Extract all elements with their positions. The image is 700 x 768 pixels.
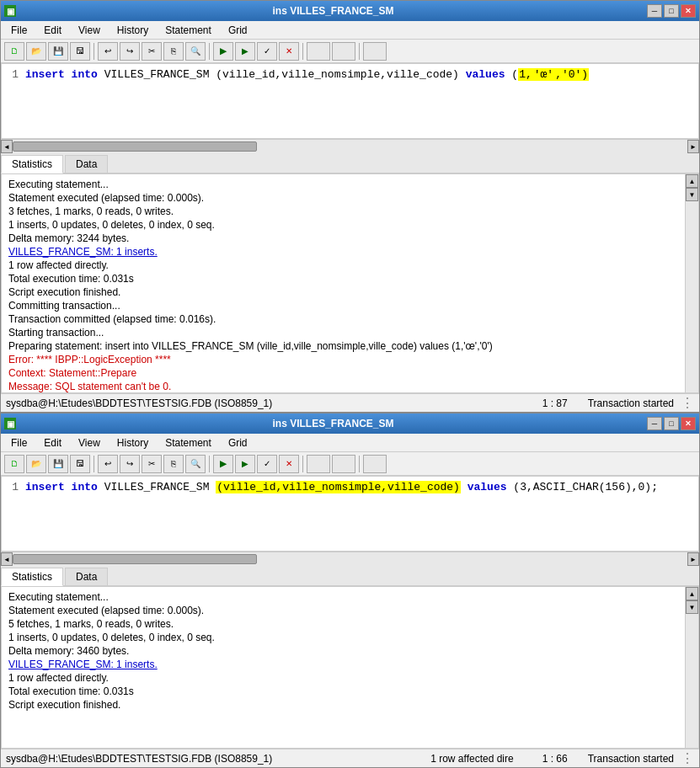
vscroll-up-1[interactable]: ▲ bbox=[686, 174, 698, 188]
menu-history-1[interactable]: History bbox=[110, 23, 155, 38]
tb-save-1[interactable]: 💾 bbox=[48, 42, 68, 61]
maximize-btn-1[interactable]: □ bbox=[664, 4, 679, 18]
tb-misc1-1[interactable] bbox=[307, 42, 330, 61]
sql-val1-1: 1, bbox=[518, 68, 533, 81]
status-pos-1: 1 : 87 bbox=[542, 397, 568, 409]
tb-undo-2[interactable]: ↩ bbox=[98, 455, 118, 473]
out-line-7-1: Total execution time: 0.031s bbox=[8, 272, 676, 285]
close-btn-2[interactable]: ✕ bbox=[681, 417, 696, 430]
sql-val2-1: 'œ' bbox=[533, 68, 554, 81]
tb-cut-2[interactable]: ✂ bbox=[142, 455, 162, 473]
maximize-btn-2[interactable]: □ bbox=[664, 417, 679, 430]
out-line-2-1: 3 fetches, 1 marks, 0 reads, 0 writes. bbox=[8, 205, 676, 218]
out-line-12-1: Preparing statement: insert into VILLES_… bbox=[8, 339, 676, 353]
tb-cut-1[interactable]: ✂ bbox=[142, 42, 162, 61]
minimize-btn-2[interactable]: ─ bbox=[647, 417, 662, 430]
menu-file-2[interactable]: File bbox=[4, 435, 34, 451]
vscroll-down-1[interactable]: ▼ bbox=[686, 188, 698, 201]
tb-undo-1[interactable]: ↩ bbox=[98, 42, 118, 61]
tb-check-2[interactable]: ✓ bbox=[257, 455, 277, 473]
window-title-1: ins VILLES_FRANCE_SM bbox=[19, 5, 647, 17]
resize-grip-1[interactable]: ⋮ bbox=[681, 395, 694, 411]
hscroll-2[interactable]: ◄ ► bbox=[1, 552, 699, 565]
link-villes-1[interactable]: VILLES_FRANCE_SM: 1 inserts. bbox=[8, 246, 158, 258]
vscroll-2[interactable]: ▲ ▼ bbox=[685, 587, 698, 748]
tb-misc2-2[interactable] bbox=[332, 455, 355, 473]
tb-zoom-2[interactable]: 🔍 bbox=[185, 455, 206, 473]
tb-saveas-1[interactable]: 🖫 bbox=[70, 42, 90, 61]
menu-statement-2[interactable]: Statement bbox=[158, 435, 218, 451]
link-villes-2[interactable]: VILLES_FRANCE_SM: 1 inserts. bbox=[8, 659, 158, 670]
hscroll-thumb-1[interactable] bbox=[13, 141, 257, 152]
vscroll-up-2[interactable]: ▲ bbox=[686, 587, 698, 600]
tb-run2-2[interactable]: ▶ bbox=[235, 455, 255, 473]
sql-editor-2[interactable]: 1 insert into VILLES_FRANCE_SM (ville_id… bbox=[1, 476, 699, 552]
kw-insert-2: insert bbox=[25, 481, 72, 493]
sep2-1 bbox=[209, 43, 210, 60]
menu-edit-2[interactable]: Edit bbox=[37, 435, 68, 451]
sql-content-2[interactable]: insert into VILLES_FRANCE_SM (ville_id,v… bbox=[25, 480, 658, 495]
tb-misc1-2[interactable] bbox=[307, 455, 330, 473]
tb-run-2[interactable]: ▶ bbox=[213, 455, 233, 473]
sql-content-1[interactable]: insert into VILLES_FRANCE_SM (ville_id,v… bbox=[25, 67, 589, 83]
tab-statistics-2[interactable]: Statistics bbox=[1, 568, 63, 586]
tb-redo-2[interactable]: ↪ bbox=[120, 455, 140, 473]
minimize-btn-1[interactable]: ─ bbox=[647, 4, 662, 18]
menu-file-1[interactable]: File bbox=[4, 23, 34, 38]
tb-run2-1[interactable]: ▶ bbox=[235, 42, 255, 61]
tb-new-2[interactable]: 🗋 bbox=[4, 455, 24, 473]
sep2-2 bbox=[209, 456, 210, 472]
tab-data-2[interactable]: Data bbox=[65, 568, 108, 585]
tb-run-1[interactable]: ▶ bbox=[213, 42, 233, 61]
tb-open-1[interactable]: 📂 bbox=[26, 42, 46, 61]
menu-grid-1[interactable]: Grid bbox=[222, 23, 254, 38]
menu-statement-1[interactable]: Statement bbox=[158, 23, 218, 38]
sql-line-2: 1 insert into VILLES_FRANCE_SM (ville_id… bbox=[5, 480, 695, 495]
menu-grid-2[interactable]: Grid bbox=[222, 435, 254, 451]
hscroll-thumb-2[interactable] bbox=[13, 554, 257, 564]
tb-copy-1[interactable]: ⎘ bbox=[163, 42, 184, 61]
sep1-2 bbox=[94, 456, 94, 472]
tb-copy-2[interactable]: ⎘ bbox=[163, 455, 184, 473]
menu-view-2[interactable]: View bbox=[72, 435, 107, 451]
menu-edit-1[interactable]: Edit bbox=[37, 23, 68, 38]
out-line-1-1: Statement executed (elapsed time: 0.000s… bbox=[8, 191, 676, 205]
tab-statistics-1[interactable]: Statistics bbox=[1, 155, 63, 173]
close-btn-1[interactable]: ✕ bbox=[681, 4, 696, 18]
toolbar-1: 🗋 📂 💾 🖫 ↩ ↪ ✂ ⎘ 🔍 ▶ ▶ ✓ ✕ bbox=[1, 40, 699, 63]
tb-new-1[interactable]: 🗋 bbox=[4, 42, 24, 61]
tb-stop-1[interactable]: ✕ bbox=[279, 42, 299, 61]
tb-check-1[interactable]: ✓ bbox=[257, 42, 277, 61]
out-line-5-2: VILLES_FRANCE_SM: 1 inserts. bbox=[8, 658, 676, 671]
tb-save-2[interactable]: 💾 bbox=[48, 455, 68, 473]
kw-insert-1: insert bbox=[25, 68, 72, 81]
out-line-5-1: VILLES_FRANCE_SM: 1 inserts. bbox=[8, 245, 676, 259]
vscroll-down-2[interactable]: ▼ bbox=[686, 600, 698, 614]
sep4-2 bbox=[359, 456, 360, 472]
tb-misc3-1[interactable] bbox=[363, 42, 387, 61]
tb-open-2[interactable]: 📂 bbox=[26, 455, 46, 473]
menu-history-2[interactable]: History bbox=[110, 435, 155, 451]
sql-editor-1[interactable]: 1 insert into VILLES_FRANCE_SM (ville_id… bbox=[1, 63, 699, 139]
vscroll-1[interactable]: ▲ ▼ bbox=[685, 174, 698, 392]
sql-line-1: 1 insert into VILLES_FRANCE_SM (ville_id… bbox=[5, 67, 695, 83]
app-icon-2: ▣ bbox=[4, 418, 16, 429]
output-area-2: Executing statement... Statement execute… bbox=[1, 586, 699, 749]
tab-data-1[interactable]: Data bbox=[65, 155, 108, 173]
scroll-right-2[interactable]: ► bbox=[687, 552, 699, 566]
hscroll-1[interactable]: ◄ ► bbox=[1, 139, 699, 152]
tb-stop-2[interactable]: ✕ bbox=[279, 455, 299, 473]
tb-misc2-1[interactable] bbox=[332, 42, 355, 61]
menu-view-1[interactable]: View bbox=[72, 23, 107, 38]
window-controls-2: ─ □ ✕ bbox=[647, 417, 696, 430]
out-line-2-2: 5 fetches, 1 marks, 0 reads, 0 writes. bbox=[8, 617, 676, 631]
resize-grip-2[interactable]: ⋮ bbox=[681, 750, 694, 766]
tb-misc3-2[interactable] bbox=[363, 455, 387, 473]
scroll-right-1[interactable]: ► bbox=[687, 140, 699, 153]
tb-zoom-1[interactable]: 🔍 bbox=[185, 42, 206, 61]
tabs-bar-1: Statistics Data bbox=[1, 152, 699, 173]
tb-saveas-2[interactable]: 🖫 bbox=[70, 455, 90, 473]
tb-redo-1[interactable]: ↪ bbox=[120, 42, 140, 61]
scroll-left-2[interactable]: ◄ bbox=[1, 552, 13, 566]
scroll-left-1[interactable]: ◄ bbox=[1, 140, 13, 153]
